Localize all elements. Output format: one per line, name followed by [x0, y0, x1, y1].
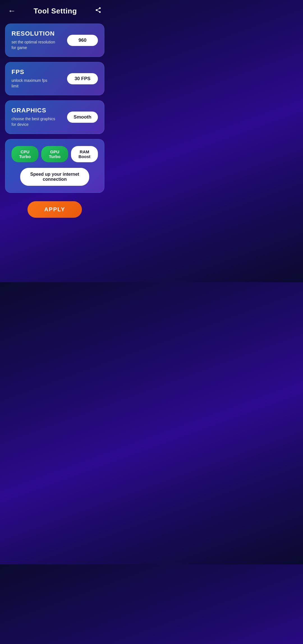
- back-button[interactable]: ←: [6, 6, 18, 16]
- fps-description: unlock maximum fpslimit: [12, 78, 63, 89]
- apply-section: APPLY: [0, 196, 109, 226]
- main-content: RESOLUTION set the optimal resolutionfor…: [0, 21, 109, 196]
- graphics-description: choose the best graphicsfor device: [12, 116, 63, 127]
- resolution-card: RESOLUTION set the optimal resolutionfor…: [5, 24, 104, 57]
- resolution-value[interactable]: 960: [67, 35, 98, 46]
- ram-boost-button[interactable]: RAM Boost: [71, 146, 98, 162]
- bottom-spacer: [0, 226, 109, 282]
- share-icon: [95, 7, 102, 13]
- fps-title: FPS: [12, 68, 63, 76]
- resolution-description: set the optimal resolutionfor game: [12, 40, 63, 50]
- resolution-title: RESOLUTION: [12, 30, 63, 37]
- graphics-title: GRAPHICS: [12, 107, 63, 114]
- fps-value[interactable]: 30 FPS: [67, 73, 98, 84]
- gpu-turbo-button[interactable]: GPU Turbo: [41, 146, 68, 162]
- header: ← Tool Setting: [0, 0, 109, 21]
- fps-card: FPS unlock maximum fpslimit 30 FPS: [5, 62, 104, 95]
- boost-card: CPU Turbo GPU Turbo RAM Boost Speed up y…: [5, 139, 104, 193]
- page-title: Tool Setting: [34, 7, 77, 15]
- boost-buttons-row: CPU Turbo GPU Turbo RAM Boost: [12, 146, 98, 162]
- cpu-turbo-button[interactable]: CPU Turbo: [12, 146, 38, 162]
- graphics-value[interactable]: Smooth: [67, 112, 98, 123]
- internet-speed-button[interactable]: Speed up your internet connection: [20, 168, 89, 186]
- graphics-card: GRAPHICS choose the best graphicsfor dev…: [5, 100, 104, 134]
- graphics-card-left: GRAPHICS choose the best graphicsfor dev…: [12, 107, 63, 127]
- share-button[interactable]: [93, 6, 104, 16]
- apply-button[interactable]: APPLY: [27, 201, 82, 218]
- resolution-card-left: RESOLUTION set the optimal resolutionfor…: [12, 30, 63, 50]
- fps-card-left: FPS unlock maximum fpslimit: [12, 68, 63, 89]
- internet-btn-container: Speed up your internet connection: [12, 168, 98, 186]
